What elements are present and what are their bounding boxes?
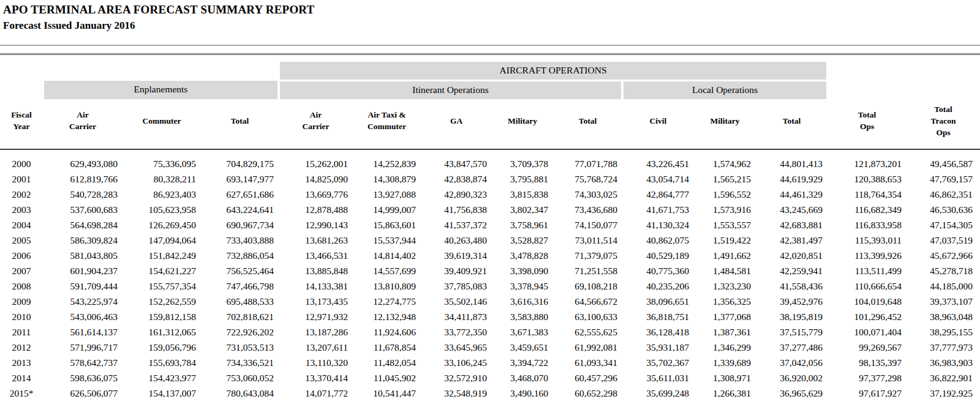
value-cell: 612,819,766 bbox=[43, 171, 123, 187]
value-cell: 3,815,838 bbox=[492, 187, 553, 202]
value-cell: 690,967,734 bbox=[201, 217, 279, 233]
column-header-itinerant-military: Military bbox=[492, 99, 553, 149]
value-cell: 643,224,641 bbox=[201, 202, 279, 217]
value-cell: 35,931,187 bbox=[622, 340, 694, 355]
value-cell: 47,769,157 bbox=[907, 171, 980, 187]
value-cell: 3,671,383 bbox=[492, 324, 553, 340]
value-cell: 60,652,298 bbox=[553, 386, 622, 399]
value-cell: 1,596,552 bbox=[694, 187, 756, 202]
value-cell: 37,192,925 bbox=[907, 386, 980, 399]
value-cell: 61,093,341 bbox=[553, 355, 622, 370]
column-header-local-total: Total bbox=[756, 99, 827, 149]
value-cell: 1,323,230 bbox=[694, 278, 756, 294]
table-body: 2000629,493,08075,336,095704,829,17515,2… bbox=[0, 149, 980, 399]
fiscal-year-cell: 2002 bbox=[0, 187, 43, 202]
value-cell: 537,600,683 bbox=[43, 202, 123, 217]
table-row: 2009543,225,974152,262,559695,488,53313,… bbox=[0, 294, 980, 309]
value-cell: 42,864,777 bbox=[622, 187, 694, 202]
subgroup-header-itinerant-operations: Itinerant Operations bbox=[279, 81, 622, 100]
value-cell: 101,296,452 bbox=[827, 309, 907, 324]
value-cell: 97,617,927 bbox=[827, 386, 907, 399]
column-header-enplanements-commuter: Commuter bbox=[123, 99, 201, 149]
table-row: 2010543,006,463159,812,158702,818,62112,… bbox=[0, 309, 980, 324]
value-cell: 115,393,011 bbox=[827, 233, 907, 248]
value-cell: 591,709,444 bbox=[43, 278, 123, 294]
value-cell: 159,812,158 bbox=[123, 309, 201, 324]
value-cell: 36,920,002 bbox=[756, 370, 827, 386]
page-subtitle: Forecast Issued January 2016 bbox=[3, 19, 980, 32]
value-cell: 586,309,824 bbox=[43, 233, 123, 248]
value-cell: 1,519,422 bbox=[694, 233, 756, 248]
value-cell: 747,466,798 bbox=[201, 278, 279, 294]
value-cell: 126,269,450 bbox=[123, 217, 201, 233]
table-row: 2000629,493,08075,336,095704,829,17515,2… bbox=[0, 149, 980, 171]
value-cell: 46,530,636 bbox=[907, 202, 980, 217]
value-cell: 578,642,737 bbox=[43, 355, 123, 370]
value-cell: 13,110,320 bbox=[279, 355, 353, 370]
value-cell: 37,515,779 bbox=[756, 324, 827, 340]
value-cell: 121,873,201 bbox=[827, 149, 907, 171]
fiscal-year-cell: 2008 bbox=[0, 278, 43, 294]
value-cell: 38,963,048 bbox=[907, 309, 980, 324]
value-cell: 12,132,948 bbox=[353, 309, 421, 324]
fiscal-year-cell: 2014 bbox=[0, 370, 43, 386]
value-cell: 3,758,961 bbox=[492, 217, 553, 233]
value-cell: 3,795,881 bbox=[492, 171, 553, 187]
value-cell: 41,130,324 bbox=[622, 217, 694, 233]
value-cell: 42,890,323 bbox=[421, 187, 492, 202]
page-title: APO TERMINAL AREA FORECAST SUMMARY REPOR… bbox=[3, 2, 980, 17]
value-cell: 732,886,054 bbox=[201, 248, 279, 263]
value-cell: 11,482,054 bbox=[353, 355, 421, 370]
value-cell: 99,269,567 bbox=[827, 340, 907, 355]
value-cell: 43,054,714 bbox=[622, 171, 694, 187]
fiscal-year-cell: 2007 bbox=[0, 263, 43, 278]
value-cell: 1,491,662 bbox=[694, 248, 756, 263]
value-cell: 113,399,926 bbox=[827, 248, 907, 263]
value-cell: 77,071,788 bbox=[553, 149, 622, 171]
value-cell: 13,466,531 bbox=[279, 248, 353, 263]
value-cell: 47,154,305 bbox=[907, 217, 980, 233]
value-cell: 155,693,784 bbox=[123, 355, 201, 370]
value-cell: 43,245,669 bbox=[756, 202, 827, 217]
value-cell: 13,927,088 bbox=[353, 187, 421, 202]
value-cell: 11,045,902 bbox=[353, 370, 421, 386]
value-cell: 98,135,397 bbox=[827, 355, 907, 370]
value-cell: 1,346,299 bbox=[694, 340, 756, 355]
table-row: 2002540,728,28386,923,403627,651,68613,6… bbox=[0, 187, 980, 202]
value-cell: 543,225,974 bbox=[43, 294, 123, 309]
value-cell: 543,006,463 bbox=[43, 309, 123, 324]
value-cell: 44,619,929 bbox=[756, 171, 827, 187]
value-cell: 147,094,064 bbox=[123, 233, 201, 248]
value-cell: 1,377,068 bbox=[694, 309, 756, 324]
value-cell: 40,862,075 bbox=[622, 233, 694, 248]
value-cell: 155,757,354 bbox=[123, 278, 201, 294]
value-cell: 561,614,137 bbox=[43, 324, 123, 340]
value-cell: 44,461,329 bbox=[756, 187, 827, 202]
value-cell: 35,699,248 bbox=[622, 386, 694, 399]
value-cell: 733,403,888 bbox=[201, 233, 279, 248]
column-header-itinerant-air-carrier: Air Carrier bbox=[279, 99, 353, 149]
value-cell: 42,020,851 bbox=[756, 248, 827, 263]
value-cell: 14,071,772 bbox=[279, 386, 353, 399]
column-header-itinerant-ga: GA bbox=[421, 99, 492, 149]
value-cell: 3,394,722 bbox=[492, 355, 553, 370]
value-cell: 14,557,699 bbox=[353, 263, 421, 278]
subgroup-header-local-operations: Local Operations bbox=[622, 81, 827, 100]
value-cell: 37,777,973 bbox=[907, 340, 980, 355]
value-cell: 37,042,056 bbox=[756, 355, 827, 370]
value-cell: 64,566,672 bbox=[553, 294, 622, 309]
table-row: 2005586,309,824147,094,064733,403,88813,… bbox=[0, 233, 980, 248]
value-cell: 116,682,349 bbox=[827, 202, 907, 217]
fiscal-year-cell: 2009 bbox=[0, 294, 43, 309]
value-cell: 10,541,447 bbox=[353, 386, 421, 399]
value-cell: 564,698,284 bbox=[43, 217, 123, 233]
value-cell: 780,643,084 bbox=[201, 386, 279, 399]
table-row: 2012571,996,717159,056,796731,053,51313,… bbox=[0, 340, 980, 355]
table-row: 2004564,698,284126,269,450690,967,73412,… bbox=[0, 217, 980, 233]
table-row: 2013578,642,737155,693,784734,336,52113,… bbox=[0, 355, 980, 370]
value-cell: 626,506,077 bbox=[43, 386, 123, 399]
value-cell: 40,529,189 bbox=[622, 248, 694, 263]
value-cell: 3,802,347 bbox=[492, 202, 553, 217]
table-row: 2007601,904,237154,621,227756,525,46413,… bbox=[0, 263, 980, 278]
value-cell: 154,621,227 bbox=[123, 263, 201, 278]
